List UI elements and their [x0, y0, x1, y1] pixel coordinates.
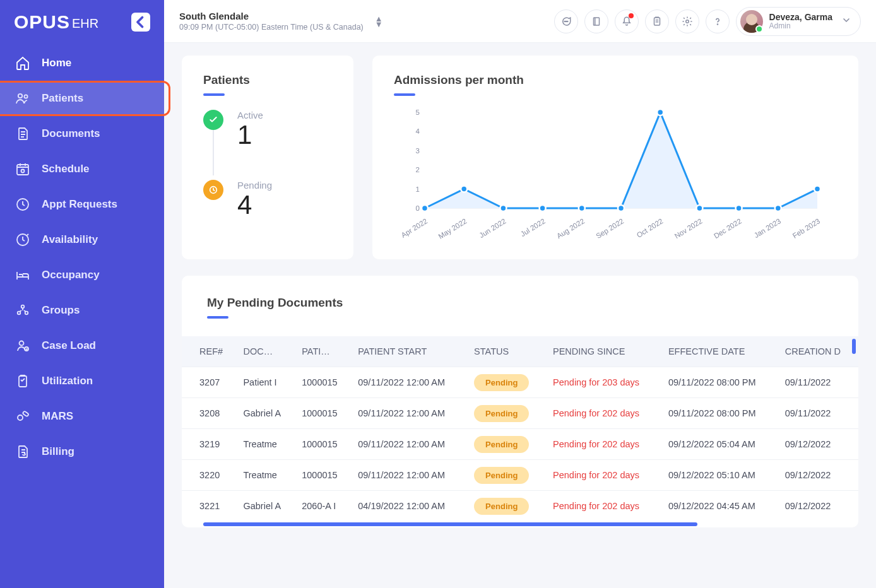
- location-name: South Glendale: [179, 11, 364, 21]
- notifications-button[interactable]: [615, 9, 639, 33]
- nav-utilization[interactable]: Utilization: [0, 363, 164, 399]
- table-row[interactable]: 3220Treatme100001509/11/2022 12:00 AMPen…: [182, 460, 858, 491]
- svg-point-20: [717, 23, 718, 24]
- svg-text:2: 2: [416, 166, 420, 173]
- table-header[interactable]: DOC…: [237, 336, 295, 367]
- sidebar-nav: Home Patients Documents Schedule Appt Re…: [0, 45, 164, 469]
- svg-text:Dec 2022: Dec 2022: [713, 217, 743, 240]
- table-header[interactable]: EFFECTIVE DATE: [662, 336, 779, 367]
- status-badge: Pending: [474, 498, 529, 515]
- table-cell: Treatme: [237, 429, 295, 460]
- table-row[interactable]: 3221Gabriel A2060-A I04/19/2022 12:00 AM…: [182, 491, 858, 522]
- svg-text:Aug 2022: Aug 2022: [555, 217, 586, 240]
- topbar: South Glendale 09:09 PM (UTC-05:00) East…: [164, 0, 876, 43]
- table-row[interactable]: 3207Patient I100001509/11/2022 12:00 AMP…: [182, 367, 858, 398]
- table-cell: 09/12/2022: [779, 429, 858, 460]
- nav-billing[interactable]: Billing: [0, 434, 164, 469]
- table-cell: 09/12/2022: [779, 460, 858, 491]
- nav-label: Appt Requests: [42, 198, 117, 211]
- table-header[interactable]: PENDING SINCE: [547, 336, 662, 367]
- table-cell: 3208: [182, 398, 237, 429]
- table-cell: Pending for 202 days: [547, 398, 662, 429]
- user-role: Admin: [769, 22, 832, 31]
- nav-mars[interactable]: MARS: [0, 399, 164, 434]
- settings-button[interactable]: [675, 9, 699, 33]
- chevron-down-icon: [841, 15, 851, 27]
- status-badge: Pending: [474, 436, 529, 453]
- svg-point-1: [24, 95, 27, 98]
- table-cell: 3219: [182, 429, 237, 460]
- pending-since: Pending for 202 days: [553, 408, 639, 418]
- card-title: My Pending Documents: [207, 296, 858, 310]
- table-horizontal-scrollbar[interactable]: [203, 522, 837, 527]
- location-time: 09:09 PM (UTC-05:00) Eastern Time (US & …: [179, 23, 364, 32]
- book-button[interactable]: [584, 9, 608, 33]
- schedule-icon: [15, 162, 30, 177]
- table-cell: 3207: [182, 367, 237, 398]
- table-row[interactable]: 3219Treatme100001509/11/2022 12:00 AMPen…: [182, 429, 858, 460]
- svg-point-29: [422, 205, 428, 211]
- table-cell: 3220: [182, 460, 237, 491]
- nav-occupancy[interactable]: Occupancy: [0, 257, 164, 293]
- table-header[interactable]: PATI…: [295, 336, 352, 367]
- nav-schedule[interactable]: Schedule: [0, 151, 164, 187]
- table-cell: 1000015: [295, 367, 352, 398]
- card-title: Admissions per month: [394, 73, 837, 87]
- availability-icon: [15, 232, 30, 247]
- nav-availability[interactable]: Availability: [0, 222, 164, 257]
- nav-label: Documents: [42, 127, 100, 140]
- table-vertical-scrollbar[interactable]: [852, 339, 856, 354]
- pending-since: Pending for 202 days: [553, 439, 639, 449]
- nav-appt-requests[interactable]: Appt Requests: [0, 187, 164, 222]
- user-menu[interactable]: Deveza, Garma Admin: [736, 7, 861, 36]
- nav-label: MARS: [42, 410, 73, 423]
- chat-button[interactable]: [554, 9, 578, 33]
- svg-rect-11: [19, 376, 27, 387]
- nav-documents[interactable]: Documents: [0, 116, 164, 151]
- table-cell: Pending: [468, 367, 547, 398]
- table-cell: 09/11/2022: [779, 367, 858, 398]
- table-cell: Pending for 202 days: [547, 491, 662, 522]
- stat-label: Active: [237, 110, 263, 121]
- svg-text:5: 5: [416, 109, 420, 116]
- app-logo: OPUS EHR: [14, 11, 98, 33]
- admissions-chart-card: Admissions per month 012345Apr 2022May 2…: [372, 56, 858, 259]
- table-cell: 1000015: [295, 429, 352, 460]
- table-cell: 09/12/2022 05:10 AM: [662, 460, 779, 491]
- table-row[interactable]: 3208Gabriel A100001509/11/2022 12:00 AMP…: [182, 398, 858, 429]
- help-button[interactable]: [706, 9, 730, 33]
- stat-connector: [213, 130, 214, 175]
- svg-point-0: [18, 94, 22, 98]
- location-selector-caret[interactable]: ▲▼: [375, 16, 383, 27]
- nav-case-load[interactable]: Case Load: [0, 328, 164, 363]
- svg-point-35: [657, 109, 663, 115]
- home-icon: [15, 56, 30, 71]
- pending-since: Pending for 203 days: [553, 377, 639, 387]
- sidebar-collapse-button[interactable]: [131, 13, 150, 32]
- nav-label: Billing: [42, 445, 74, 458]
- nav-home[interactable]: Home: [0, 45, 164, 81]
- title-underline: [207, 316, 228, 319]
- table-header[interactable]: STATUS: [468, 336, 547, 367]
- nav-label: Occupancy: [42, 269, 100, 281]
- tasks-button[interactable]: [645, 9, 669, 33]
- sidebar: OPUS EHR Home Patients Documents: [0, 0, 164, 588]
- nav-groups[interactable]: Groups: [0, 293, 164, 328]
- nav-label: Groups: [42, 304, 80, 317]
- svg-rect-17: [593, 18, 599, 25]
- table-header[interactable]: PATIENT START: [352, 336, 468, 367]
- table-header[interactable]: CREATION D: [779, 336, 858, 367]
- table-header[interactable]: REF#: [182, 336, 237, 367]
- svg-point-32: [540, 205, 546, 211]
- table-cell: Pending for 202 days: [547, 429, 662, 460]
- table-cell: Pending: [468, 460, 547, 491]
- nav-patients[interactable]: Patients: [0, 81, 169, 116]
- svg-text:Oct 2022: Oct 2022: [636, 217, 665, 239]
- logo-sub: EHR: [72, 16, 98, 31]
- table-cell: Pending: [468, 398, 547, 429]
- clock-icon: [15, 197, 30, 212]
- table-cell: 09/11/2022 08:00 PM: [662, 367, 779, 398]
- table-cell: Pending for 203 days: [547, 367, 662, 398]
- title-underline: [394, 93, 415, 96]
- svg-point-19: [685, 20, 689, 23]
